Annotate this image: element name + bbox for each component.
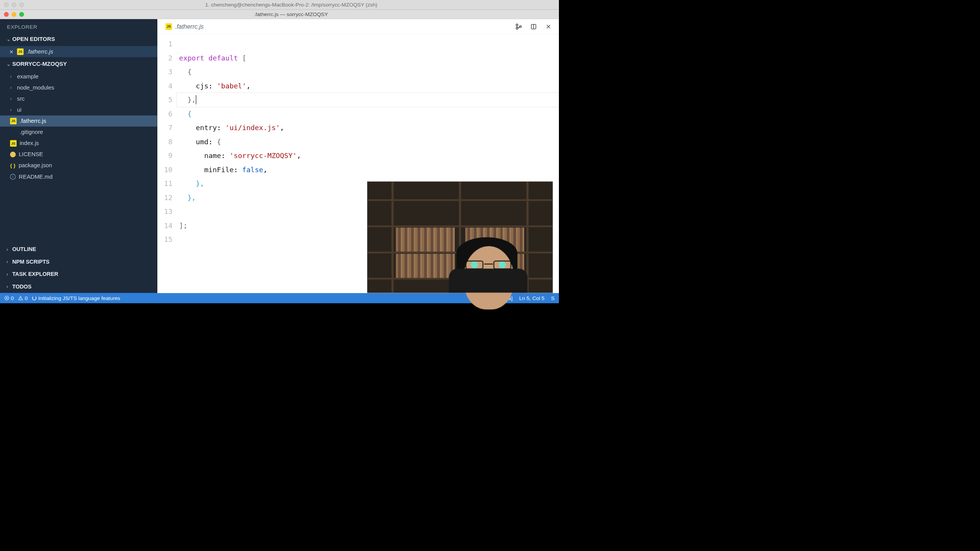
status-initializing: Initializing JS/TS language features bbox=[32, 295, 121, 301]
panel-npm-scripts[interactable]: ›NPM SCRIPTS bbox=[0, 256, 157, 268]
chevron-right-icon: › bbox=[7, 246, 10, 252]
panel-task-explorer[interactable]: ›TASK EXPLORER bbox=[0, 268, 157, 280]
chevron-right-icon: › bbox=[10, 85, 14, 91]
open-editor-filename: .fatherrc.js bbox=[27, 48, 53, 55]
tree-file-gitignore[interactable]: .gitignore bbox=[0, 127, 157, 138]
status-warnings[interactable]: 0 bbox=[18, 295, 28, 301]
file-name: README.md bbox=[19, 173, 52, 180]
code-line: { bbox=[179, 107, 559, 121]
traffic-minimize[interactable] bbox=[11, 12, 16, 17]
project-label: SORRYCC-MZOQSY bbox=[12, 61, 67, 68]
js-file-icon: JS bbox=[10, 140, 16, 147]
chevron-right-icon: › bbox=[10, 107, 14, 113]
tree-file-packagejson[interactable]: { }package.json bbox=[0, 160, 157, 171]
project-section[interactable]: ⌄ SORRYCC-MZOQSY bbox=[0, 57, 157, 71]
svg-point-0 bbox=[516, 24, 518, 26]
code-line: name: 'sorrycc-MZOQSY', bbox=[179, 149, 559, 163]
traffic-max-inactive[interactable] bbox=[19, 2, 24, 7]
panel-label: NPM SCRIPTS bbox=[12, 259, 49, 265]
code-line: minFile: false, bbox=[179, 163, 559, 177]
terminal-title: 1. chencheng@chenchengs-MacBook-Pro-2: /… bbox=[28, 2, 555, 8]
spinner-icon bbox=[32, 296, 36, 300]
editor-area: JS .fatherrc.js 1 2 3 4 5 6 7 bbox=[157, 19, 559, 293]
window-title: .fatherrc.js — sorrycc-MZOQSY bbox=[27, 11, 555, 17]
tree-file-license[interactable]: LICENSE bbox=[0, 149, 157, 160]
chevron-right-icon: › bbox=[10, 96, 14, 102]
traffic-min-inactive[interactable] bbox=[11, 2, 16, 7]
traffic-maximize[interactable] bbox=[19, 12, 24, 17]
chevron-down-icon: ⌄ bbox=[7, 61, 10, 67]
status-errors[interactable]: 0 bbox=[4, 295, 14, 301]
close-icon[interactable]: × bbox=[9, 49, 14, 54]
file-tree: ›example ›node_modules ›src ›ui JS.fathe… bbox=[0, 71, 157, 241]
status-initializing-text: Initializing JS/TS language features bbox=[38, 295, 121, 301]
tree-file-indexjs[interactable]: JSindex.js bbox=[0, 138, 157, 149]
folder-name: example bbox=[17, 73, 38, 80]
open-editor-item[interactable]: × JS .fatherrc.js bbox=[0, 46, 157, 57]
file-name: LICENSE bbox=[19, 151, 43, 158]
sidebar: EXPLORER ⌄ OPEN EDITORS × JS .fatherrc.j… bbox=[0, 19, 157, 293]
status-error-count: 0 bbox=[11, 295, 14, 301]
folder-name: src bbox=[17, 95, 24, 102]
chevron-right-icon: › bbox=[7, 259, 10, 265]
chevron-right-icon: › bbox=[7, 284, 10, 290]
tree-file-readme[interactable]: iREADME.md bbox=[0, 171, 157, 182]
open-editors-section[interactable]: ⌄ OPEN EDITORS bbox=[0, 32, 157, 46]
vscode-titlebar: .fatherrc.js — sorrycc-MZOQSY bbox=[0, 10, 559, 19]
tree-folder[interactable]: ›example bbox=[0, 71, 157, 82]
traffic-close[interactable] bbox=[4, 12, 9, 17]
tree-folder[interactable]: ›node_modules bbox=[0, 82, 157, 93]
panel-outline[interactable]: ›OUTLINE bbox=[0, 243, 157, 256]
panel-label: TODOS bbox=[12, 284, 31, 290]
panel-todos[interactable]: ›TODOS bbox=[0, 280, 157, 293]
file-name: index.js bbox=[20, 140, 39, 147]
tree-file-fatherrc[interactable]: JS.fatherrc.js bbox=[0, 116, 157, 127]
file-name: .gitignore bbox=[20, 129, 43, 135]
file-name: package.json bbox=[19, 162, 52, 169]
panel-label: TASK EXPLORER bbox=[12, 271, 58, 277]
file-name: .fatherrc.js bbox=[20, 117, 46, 124]
tab-filename: .fatherrc.js bbox=[175, 23, 204, 30]
folder-name: ui bbox=[17, 106, 21, 113]
code-line: export default [ bbox=[179, 51, 559, 65]
gutter: 1 2 3 4 5 6 7 8 9 10 11 12 13 14 15 bbox=[157, 34, 177, 293]
status-warning-count: 0 bbox=[25, 295, 28, 301]
code-line: { bbox=[179, 65, 559, 79]
chevron-down-icon: ⌄ bbox=[7, 36, 10, 42]
js-file-icon: JS bbox=[17, 48, 23, 55]
panel-label: OUTLINE bbox=[12, 246, 36, 253]
source-control-icon[interactable] bbox=[514, 22, 523, 31]
tree-folder[interactable]: ›ui bbox=[0, 104, 157, 116]
tab-fatherrc[interactable]: JS .fatherrc.js bbox=[161, 19, 209, 34]
tree-folder[interactable]: ›src bbox=[0, 93, 157, 104]
status-truncated: S bbox=[551, 295, 554, 301]
chevron-right-icon: › bbox=[7, 271, 10, 277]
webcam-overlay bbox=[367, 182, 553, 293]
json-file-icon: { } bbox=[10, 163, 15, 169]
license-file-icon bbox=[10, 152, 16, 157]
folder-name: node_modules bbox=[17, 84, 54, 91]
js-file-icon: JS bbox=[165, 23, 172, 30]
md-file-icon: i bbox=[10, 174, 16, 179]
code-line: }, bbox=[179, 93, 559, 107]
chevron-right-icon: › bbox=[10, 73, 14, 79]
close-icon[interactable] bbox=[544, 22, 553, 31]
tab-bar: JS .fatherrc.js bbox=[157, 19, 559, 34]
traffic-lights-active bbox=[4, 12, 24, 17]
terminal-titlebar: 1. chencheng@chenchengs-MacBook-Pro-2: /… bbox=[0, 0, 559, 10]
code-line: umd: { bbox=[179, 135, 559, 149]
text-cursor bbox=[196, 95, 196, 104]
status-cursor-pos[interactable]: Ln 5, Col 5 bbox=[519, 295, 544, 301]
svg-point-1 bbox=[516, 28, 518, 29]
code-line: cjs: 'babel', bbox=[179, 79, 559, 93]
open-editors-label: OPEN EDITORS bbox=[12, 36, 55, 43]
split-editor-icon[interactable] bbox=[529, 22, 538, 31]
traffic-lights-inactive bbox=[4, 2, 24, 7]
code-line bbox=[179, 37, 559, 51]
code-line: entry: 'ui/index.js', bbox=[179, 121, 559, 135]
explorer-header: EXPLORER bbox=[0, 19, 157, 32]
traffic-close-inactive[interactable] bbox=[4, 2, 9, 7]
js-file-icon: JS bbox=[10, 118, 16, 124]
